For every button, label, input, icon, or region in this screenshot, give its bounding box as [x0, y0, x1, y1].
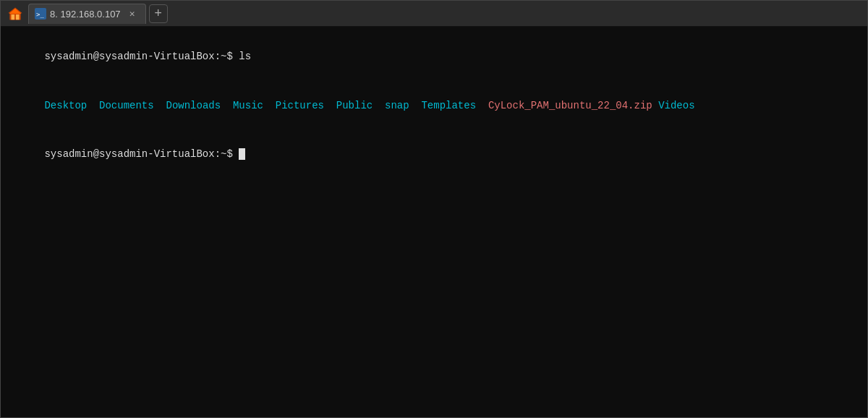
terminal-window: >_ 8. 192.168.0.107 ✕ + sysadmin@sysadmi…: [0, 0, 868, 418]
svg-text:>_: >_: [36, 11, 44, 18]
home-icon[interactable]: [5, 4, 25, 24]
ls-snap: snap: [385, 100, 409, 111]
ls-videos: Videos: [658, 100, 694, 111]
tab-terminal-icon: >_: [35, 8, 46, 20]
ls-sep-4: [263, 100, 276, 111]
ls-sep-5: [324, 100, 336, 111]
ls-sep-3: [221, 100, 233, 111]
prompt-2: sysadmin@sysadmin-VirtualBox:~$: [44, 148, 239, 160]
tab-title-text: 8. 192.168.0.107: [50, 9, 121, 20]
ls-sep-7: [409, 100, 422, 111]
titlebar: >_ 8. 192.168.0.107 ✕ +: [1, 1, 867, 27]
ls-sep-8: [476, 100, 488, 111]
cmd-ls: ls: [239, 51, 251, 62]
ls-sep-9: [652, 100, 658, 111]
ls-cylock-zip: CyLock_PAM_ubuntu_22_04.zip: [488, 100, 652, 111]
svg-rect-2: [16, 14, 20, 19]
ls-templates: Templates: [421, 100, 476, 111]
ls-sep-2: [154, 100, 166, 111]
ls-sep-1: [87, 100, 99, 111]
ls-public: Public: [336, 100, 373, 111]
ls-desktop: Desktop: [44, 100, 87, 111]
new-tab-button[interactable]: +: [149, 4, 168, 23]
prompt-1: sysadmin@sysadmin-VirtualBox:~$: [44, 51, 239, 62]
terminal-line-1: sysadmin@sysadmin-VirtualBox:~$ ls: [8, 33, 860, 81]
ls-pictures: Pictures: [276, 100, 324, 111]
tab-close-button[interactable]: ✕: [127, 8, 138, 20]
ls-sep-6: [373, 100, 385, 111]
terminal-line-3: sysadmin@sysadmin-VirtualBox:~$: [8, 129, 860, 178]
ls-music: Music: [233, 100, 263, 111]
terminal-line-2: Desktop Documents Downloads Music Pictur…: [8, 81, 860, 129]
ls-downloads: Downloads: [166, 100, 221, 111]
active-tab[interactable]: >_ 8. 192.168.0.107 ✕: [28, 4, 146, 24]
ls-documents: Documents: [99, 100, 154, 111]
svg-rect-1: [12, 14, 15, 19]
terminal-cursor: [239, 148, 245, 160]
terminal-body[interactable]: sysadmin@sysadmin-VirtualBox:~$ ls Deskt…: [1, 27, 867, 417]
